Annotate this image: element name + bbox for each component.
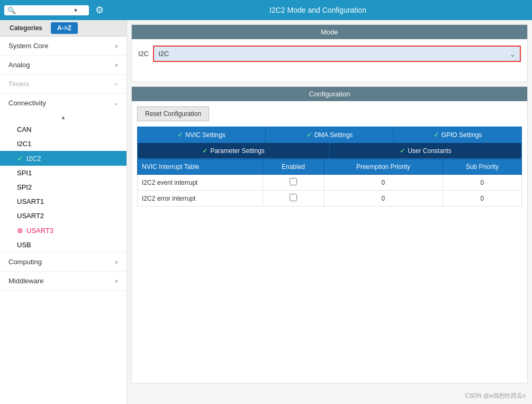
nvic-row1-preemption: 0 xyxy=(324,191,443,207)
gpio-tab-label: GPIO Settings xyxy=(441,131,482,139)
sidebar-item-i2c2[interactable]: ✓ I2C2 xyxy=(0,151,127,166)
mode-select[interactable]: I2C Disable SMBus-Alert-mode SMBus-Devic… xyxy=(154,47,520,61)
mode-row: I2C I2C Disable SMBus-Alert-mode SMBus-D… xyxy=(138,46,521,62)
connectivity-section: Connectivity ⌄ ▲ CAN I2C1 ✓ I2C2 xyxy=(0,94,127,253)
computing-chevron: > xyxy=(115,259,118,265)
sidebar-item-spi2[interactable]: SPI2 xyxy=(0,180,127,194)
scroll-indicator: ▲ xyxy=(0,112,127,122)
nvic-tabs-row1: ✓ NVIC Settings ✓ DMA Settings ✓ GPIO Se… xyxy=(137,127,522,143)
nvic-row0-sub: 0 xyxy=(443,175,521,191)
nvic-tabs-row2: ✓ Parameter Settings ✓ User Constants xyxy=(137,143,522,159)
nvic-col-header-name: NVIC Interrupt Table xyxy=(138,159,263,175)
computing-label: Computing xyxy=(8,258,42,266)
mode-content: I2C I2C Disable SMBus-Alert-mode SMBus-D… xyxy=(132,39,527,82)
sidebar-item-can[interactable]: CAN xyxy=(0,122,127,137)
watermark: CSDN @w我想吃西瓜n xyxy=(127,388,532,404)
usb-label: USB xyxy=(17,241,31,249)
scroll-up-icon: ▲ xyxy=(61,114,66,120)
nvic-tab-label: NVIC Settings xyxy=(185,131,225,139)
config-header: Configuration xyxy=(132,87,527,101)
nvic-row0-checkbox[interactable] xyxy=(290,178,297,185)
usart1-label: USART1 xyxy=(17,197,44,205)
nvic-row1-enabled xyxy=(263,191,323,207)
timers-chevron: > xyxy=(115,81,118,87)
tab-gpio-settings[interactable]: ✓ GPIO Settings xyxy=(394,127,521,142)
middleware-label: Middleware xyxy=(8,277,43,285)
sidebar: Categories A->Z System Core > Analog > T… xyxy=(0,20,127,404)
sidebar-item-middleware[interactable]: Middleware > xyxy=(0,272,127,291)
main-layout: Categories A->Z System Core > Analog > T… xyxy=(0,20,532,404)
i2c2-label: I2C2 xyxy=(26,155,41,163)
can-label: CAN xyxy=(17,125,31,133)
table-row: I2C2 event interrupt 0 0 xyxy=(138,175,522,191)
param-tab-label: Parameter Settings xyxy=(210,147,265,155)
mode-header: Mode xyxy=(132,25,527,39)
page-title: I2C2 Mode and Configuration xyxy=(108,6,528,14)
tab-nvic-settings[interactable]: ✓ NVIC Settings xyxy=(138,127,266,142)
mode-select-container: I2C Disable SMBus-Alert-mode SMBus-Devic… xyxy=(153,46,521,62)
mode-section: Mode I2C I2C Disable SMBus-Alert-mode SM… xyxy=(131,24,528,82)
search-dropdown-icon[interactable]: ▼ xyxy=(73,7,78,13)
sidebar-item-i2c1[interactable]: I2C1 xyxy=(0,137,127,151)
search-input[interactable] xyxy=(18,6,71,14)
mode-label: I2C xyxy=(138,50,149,58)
usart2-label: USART2 xyxy=(17,212,44,220)
nvic-row0-preemption: 0 xyxy=(324,175,443,191)
connectivity-chevron: ⌄ xyxy=(113,100,118,106)
usart3-label: USART3 xyxy=(26,227,53,235)
user-check-icon: ✓ xyxy=(400,147,405,155)
sidebar-item-usart1[interactable]: USART1 xyxy=(0,194,127,209)
config-section: Configuration Reset Configuration ✓ NVIC… xyxy=(131,86,528,383)
nvic-col-header-sub: Sub Priority xyxy=(443,159,521,175)
gpio-check-icon: ✓ xyxy=(434,131,439,139)
table-row: I2C2 error interrupt 0 0 xyxy=(138,191,522,207)
nvic-row1-checkbox[interactable] xyxy=(290,194,297,201)
nvic-col-header-enabled: Enabled xyxy=(263,159,323,175)
nvic-row1-name: I2C2 error interrupt xyxy=(138,191,263,207)
sidebar-item-usb[interactable]: USB xyxy=(0,238,127,252)
sidebar-item-computing[interactable]: Computing > xyxy=(0,253,127,272)
sidebar-item-timers[interactable]: Timers > xyxy=(0,75,127,94)
dma-tab-label: DMA Settings xyxy=(314,131,353,139)
search-wrapper: 🔍 ▼ xyxy=(4,5,89,15)
analog-label: Analog xyxy=(8,61,30,69)
nvic-table: NVIC Interrupt Table Enabled Preemption … xyxy=(137,159,522,207)
usart3-error-icon: ⊗ xyxy=(17,226,23,235)
dma-check-icon: ✓ xyxy=(306,131,312,139)
sidebar-item-system-core[interactable]: System Core > xyxy=(0,37,127,56)
tab-parameter-settings[interactable]: ✓ Parameter Settings xyxy=(138,143,330,158)
spi1-label: SPI1 xyxy=(17,169,32,177)
search-icon[interactable]: 🔍 xyxy=(7,6,16,14)
system-core-chevron: > xyxy=(115,43,118,49)
connectivity-label: Connectivity xyxy=(8,99,46,107)
tab-atoz[interactable]: A->Z xyxy=(51,22,78,34)
sidebar-item-analog[interactable]: Analog > xyxy=(0,56,127,75)
config-content: Reset Configuration ✓ NVIC Settings ✓ DM… xyxy=(132,101,527,212)
top-bar: 🔍 ▼ ⚙ I2C2 Mode and Configuration xyxy=(0,0,532,20)
spi2-label: SPI2 xyxy=(17,183,32,191)
nvic-check-icon: ✓ xyxy=(177,131,183,139)
nvic-row1-sub: 0 xyxy=(443,191,521,207)
tab-dma-settings[interactable]: ✓ DMA Settings xyxy=(266,127,394,142)
user-tab-label: User Constants xyxy=(408,147,452,155)
tab-bar: Categories A->Z xyxy=(0,20,127,37)
nvic-col-header-preemption: Preemption Priority xyxy=(324,159,443,175)
sidebar-item-usart2[interactable]: USART2 xyxy=(0,209,127,223)
middleware-chevron: > xyxy=(115,278,118,284)
sidebar-item-connectivity[interactable]: Connectivity ⌄ xyxy=(0,94,127,112)
connectivity-sub-items: ▲ CAN I2C1 ✓ I2C2 SPI1 xyxy=(0,112,127,252)
analog-chevron: > xyxy=(115,62,118,68)
nvic-row0-enabled xyxy=(263,175,323,191)
reset-config-button[interactable]: Reset Configuration xyxy=(137,106,209,121)
tab-user-constants[interactable]: ✓ User Constants xyxy=(330,143,521,158)
content-area: Mode I2C I2C Disable SMBus-Alert-mode SM… xyxy=(127,20,532,404)
timers-label: Timers xyxy=(8,80,29,88)
sidebar-item-spi1[interactable]: SPI1 xyxy=(0,166,127,180)
sidebar-item-usart3[interactable]: ⊗ USART3 xyxy=(0,223,127,238)
tab-categories[interactable]: Categories xyxy=(3,22,49,34)
system-core-label: System Core xyxy=(8,42,48,50)
gear-icon[interactable]: ⚙ xyxy=(95,4,104,16)
i2c2-check-icon: ✓ xyxy=(17,154,23,163)
nvic-row0-name: I2C2 event interrupt xyxy=(138,175,263,191)
i2c1-label: I2C1 xyxy=(17,140,31,148)
